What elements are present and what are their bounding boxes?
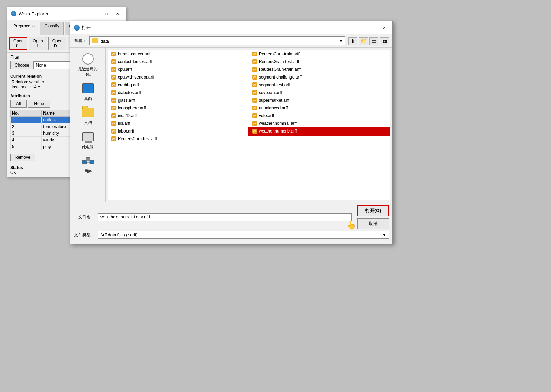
file-name: cpu.arff: [118, 67, 132, 72]
location-dropdown[interactable]: data ▼: [89, 36, 345, 45]
nav-computer[interactable]: 此电脑: [74, 129, 102, 151]
list-item[interactable]: Wcontact-lenses.arff: [108, 58, 249, 66]
list-item[interactable]: Wcpu.arff: [108, 66, 249, 73]
filename-row: 文件名： 打开(O) 取消: [74, 205, 389, 229]
list-item[interactable]: Wsegment-challenge.arff: [249, 73, 390, 81]
dialog-open-button[interactable]: 打开(O): [357, 205, 389, 216]
attr-no: 5: [11, 143, 42, 150]
arff-file-icon: W: [252, 105, 257, 111]
list-item[interactable]: WReutersCorn-train.arff: [249, 50, 390, 58]
arff-file-icon: W: [252, 51, 257, 57]
file-name: ReutersGrain-train.arff: [259, 67, 301, 72]
remove-button[interactable]: Remove: [10, 154, 35, 161]
desktop-nav-icon: [81, 82, 95, 95]
list-item[interactable]: Wsoybean.arff: [249, 89, 390, 96]
file-name: ionosphere.arff: [118, 106, 146, 110]
view-details-button[interactable]: ▦: [380, 37, 389, 45]
file-name: soybean.arff: [259, 90, 282, 95]
tab-preprocess[interactable]: Preprocess: [9, 22, 39, 35]
list-item[interactable]: Wcredit-g.arff: [108, 81, 249, 89]
list-item[interactable]: Wunbalanced.arff: [249, 104, 390, 112]
list-item[interactable]: Wsegment-test.arff: [249, 81, 390, 89]
clock-icon: [82, 53, 94, 65]
title-left: Weka Explorer: [11, 11, 48, 16]
list-item[interactable]: WReutersCorn-test.arff: [108, 135, 249, 143]
arff-file-icon: W: [111, 128, 116, 134]
arff-file-icon: W: [111, 105, 116, 111]
all-attributes-button[interactable]: All: [10, 100, 27, 108]
arff-file-icon: W: [252, 128, 257, 134]
dialog-cancel-button[interactable]: 取消: [357, 218, 389, 229]
folder-icon-small: [92, 38, 98, 43]
documents-nav-icon: [81, 106, 95, 119]
none-attributes-button[interactable]: None: [28, 100, 50, 108]
choose-filter-button[interactable]: Choose: [10, 61, 33, 69]
file-name: credit-g.arff: [118, 82, 139, 87]
weka-titlebar: Weka Explorer ─ □ ✕: [7, 7, 126, 20]
svg-text:W: W: [112, 68, 115, 72]
maximize-button[interactable]: □: [101, 10, 111, 17]
list-item[interactable]: WReutersGrain-test.arff: [249, 58, 390, 66]
dialog-actions: 打开(O) 取消: [357, 205, 389, 229]
location-label: 查看：: [74, 38, 87, 44]
list-item[interactable]: Wsupermarket.arff: [249, 96, 390, 104]
list-item[interactable]: Wiris.2D.arff: [108, 112, 249, 120]
svg-text:W: W: [253, 68, 256, 72]
nav-computer-label: 此电脑: [82, 144, 94, 150]
file-name: vote.arff: [259, 113, 274, 118]
svg-text:W: W: [253, 107, 256, 110]
svg-text:W: W: [253, 76, 256, 79]
arff-file-icon: W: [111, 59, 116, 65]
list-item[interactable]: Wdiabetes.arff: [108, 89, 249, 96]
nav-up-button[interactable]: ⬆: [348, 37, 357, 45]
list-item[interactable]: WReutersGrain-train.arff: [249, 66, 390, 73]
list-item[interactable]: Wweather.nominal.arff: [249, 120, 390, 127]
nav-recent[interactable]: 最近使用的项目: [74, 51, 102, 79]
nav-network[interactable]: 网络: [74, 153, 102, 175]
arff-file-icon: W: [252, 121, 257, 126]
close-button[interactable]: ✕: [113, 10, 122, 17]
svg-text:W: W: [112, 76, 115, 79]
list-item[interactable]: Wionosphere.arff: [108, 104, 249, 112]
nav-documents[interactable]: 文档: [74, 105, 102, 127]
list-item[interactable]: Wglass.arff: [108, 96, 249, 104]
svg-text:W: W: [112, 122, 115, 126]
tab-classify[interactable]: Classify: [40, 22, 64, 35]
dialog-bottom: 文件名： 打开(O) 取消 文件类型： Arff data files (*.a…: [70, 202, 392, 244]
instances-value: 14: [32, 85, 36, 89]
dialog-close-button[interactable]: ✕: [379, 24, 389, 31]
nav-desktop-label: 桌面: [84, 96, 92, 101]
filetype-label: 文件类型：: [74, 232, 95, 238]
view-list-button[interactable]: ▤: [369, 37, 378, 45]
arff-file-icon: W: [111, 136, 116, 142]
list-item[interactable]: Wweather.numeric.arff: [249, 127, 390, 135]
list-item[interactable]: Wiris.arff: [108, 120, 249, 127]
arff-file-icon: W: [111, 82, 116, 88]
file-name: ReutersCorn-train.arff: [259, 52, 300, 56]
arff-file-icon: W: [111, 51, 116, 57]
file-name: labor.arff: [118, 129, 134, 134]
arff-file-icon: W: [252, 82, 257, 88]
file-name: iris.2D.arff: [118, 113, 137, 118]
file-name: diabetes.arff: [118, 90, 141, 95]
svg-text:W: W: [112, 114, 115, 118]
open-db-button[interactable]: Open D...: [48, 37, 66, 50]
file-name: unbalanced.arff: [259, 106, 288, 110]
relation-label: Relation:: [12, 80, 28, 85]
list-item[interactable]: Wvote.arff: [249, 112, 390, 120]
minimize-button[interactable]: ─: [90, 10, 100, 17]
list-item[interactable]: Wlabor.arff: [108, 127, 249, 135]
create-folder-button[interactable]: 📁: [359, 37, 368, 45]
filename-input[interactable]: [98, 213, 352, 221]
arff-file-icon: W: [252, 67, 257, 72]
filetype-dropdown[interactable]: Arff data files (*.arff) ▼: [98, 231, 389, 239]
list-item[interactable]: Wcpu.with.vendor.arff: [108, 73, 249, 81]
attr-no: 1: [11, 117, 42, 123]
open-url-button[interactable]: Open U...: [29, 37, 47, 50]
open-file-button[interactable]: Open f...: [9, 37, 27, 50]
nav-desktop[interactable]: 桌面: [74, 81, 102, 103]
file-name: weather.numeric.arff: [259, 129, 297, 134]
arff-file-icon: W: [111, 90, 116, 95]
list-item[interactable]: Wbreast-cancer.arff: [108, 50, 249, 58]
attr-no: 4: [11, 137, 42, 143]
